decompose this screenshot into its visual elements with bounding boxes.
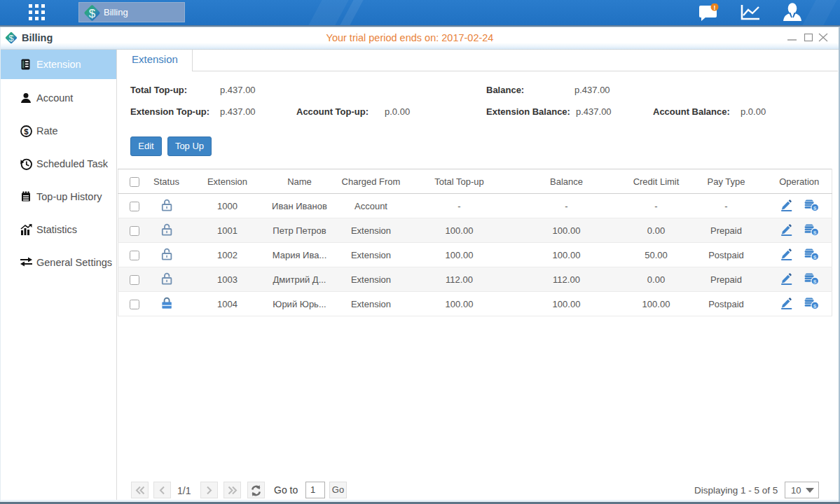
svg-text:s: s <box>813 302 817 309</box>
svg-text:s: s <box>813 204 817 211</box>
svg-text:$: $ <box>89 7 96 20</box>
svg-text:$: $ <box>24 127 29 136</box>
svg-text:s: s <box>813 277 817 284</box>
svg-text:s: s <box>813 253 817 260</box>
svg-text:s: s <box>813 228 817 235</box>
svg-text:!: ! <box>714 4 716 11</box>
